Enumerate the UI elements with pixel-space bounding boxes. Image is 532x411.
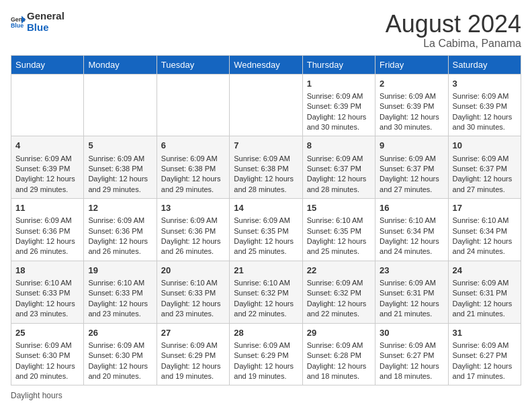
day-number: 24 [453,265,517,277]
day-of-week-header: Friday [375,55,448,74]
calendar-cell [11,74,84,136]
day-info: Sunrise: 6:09 AM [453,91,517,101]
day-info: Sunrise: 6:09 AM [307,340,371,351]
calendar-cell: 9Sunrise: 6:09 AMSunset: 6:37 PMDaylight… [375,136,448,199]
month-year: August 2024 [386,11,521,38]
day-info: Daylight: 12 hours and 30 minutes. [380,112,443,133]
day-info: Daylight: 12 hours and 21 minutes. [453,299,517,320]
day-info: Sunrise: 6:09 AM [161,154,225,164]
day-number: 17 [453,202,517,214]
title-block: August 2024 La Cabima, Panama [386,11,521,50]
logo-text: General Blue [27,11,64,33]
day-info: Sunset: 6:39 PM [380,101,443,111]
calendar-cell: 3Sunrise: 6:09 AMSunset: 6:39 PMDaylight… [448,74,521,136]
day-number: 10 [453,140,517,152]
day-info: Sunrise: 6:09 AM [15,216,79,226]
day-info: Sunrise: 6:09 AM [88,154,152,164]
day-info: Sunset: 6:39 PM [307,101,371,111]
day-info: Sunrise: 6:09 AM [15,154,79,164]
day-info: Sunrise: 6:09 AM [88,216,152,226]
day-info: Sunrise: 6:09 AM [307,278,371,288]
day-info: Daylight: 12 hours and 25 minutes. [234,236,298,257]
day-info: Daylight: 12 hours and 30 minutes. [307,112,371,133]
day-info: Sunset: 6:36 PM [15,226,79,236]
day-number: 19 [88,265,152,277]
calendar-cell: 2Sunrise: 6:09 AMSunset: 6:39 PMDaylight… [375,74,448,136]
calendar-cell: 6Sunrise: 6:09 AMSunset: 6:38 PMDaylight… [157,136,229,199]
calendar-cell: 1Sunrise: 6:09 AMSunset: 6:39 PMDaylight… [302,74,375,136]
calendar-cell: 25Sunrise: 6:09 AMSunset: 6:30 PMDayligh… [11,323,84,385]
day-info: Daylight: 12 hours and 23 minutes. [88,299,152,320]
day-info: Sunrise: 6:09 AM [234,216,298,226]
logo: General Blue General Blue [11,11,64,33]
calendar-cell: 11Sunrise: 6:09 AMSunset: 6:36 PMDayligh… [11,199,84,261]
day-number: 23 [380,265,443,277]
day-number: 14 [234,202,298,214]
day-info: Sunset: 6:27 PM [380,351,443,361]
day-info: Sunset: 6:30 PM [88,351,152,361]
day-info: Daylight: 12 hours and 29 minutes. [88,174,152,195]
day-info: Sunset: 6:29 PM [161,351,225,361]
calendar-cell: 23Sunrise: 6:09 AMSunset: 6:31 PMDayligh… [375,261,448,323]
day-info: Daylight: 12 hours and 30 minutes. [453,112,517,133]
day-info: Sunset: 6:39 PM [453,101,517,111]
calendar-cell [84,74,157,136]
day-number: 25 [15,327,79,339]
day-info: Daylight: 12 hours and 26 minutes. [15,236,79,257]
day-info: Daylight: 12 hours and 20 minutes. [15,361,79,382]
day-info: Sunrise: 6:09 AM [380,340,443,351]
day-info: Sunset: 6:34 PM [453,226,517,236]
day-number: 27 [161,327,225,339]
day-info: Daylight: 12 hours and 21 minutes. [380,299,443,320]
calendar-cell: 14Sunrise: 6:09 AMSunset: 6:35 PMDayligh… [230,199,302,261]
calendar-cell: 22Sunrise: 6:09 AMSunset: 6:32 PMDayligh… [302,261,375,323]
day-info: Sunrise: 6:10 AM [161,278,225,288]
day-info: Sunset: 6:38 PM [234,164,298,174]
day-info: Daylight: 12 hours and 26 minutes. [161,236,225,257]
day-info: Daylight: 12 hours and 29 minutes. [161,174,225,195]
day-number: 1 [307,78,371,90]
calendar-cell: 10Sunrise: 6:09 AMSunset: 6:37 PMDayligh… [448,136,521,199]
calendar-cell: 19Sunrise: 6:10 AMSunset: 6:33 PMDayligh… [84,261,157,323]
calendar-cell: 29Sunrise: 6:09 AMSunset: 6:28 PMDayligh… [302,323,375,385]
day-info: Sunset: 6:30 PM [15,351,79,361]
day-info: Sunrise: 6:09 AM [453,154,517,164]
calendar-cell: 18Sunrise: 6:10 AMSunset: 6:33 PMDayligh… [11,261,84,323]
day-info: Sunset: 6:35 PM [307,226,371,236]
calendar-cell: 24Sunrise: 6:09 AMSunset: 6:31 PMDayligh… [448,261,521,323]
day-info: Sunset: 6:38 PM [161,164,225,174]
day-info: Sunrise: 6:09 AM [453,340,517,351]
day-info: Sunset: 6:32 PM [307,288,371,298]
calendar-cell: 8Sunrise: 6:09 AMSunset: 6:37 PMDaylight… [302,136,375,199]
calendar-cell: 28Sunrise: 6:09 AMSunset: 6:29 PMDayligh… [230,323,302,385]
day-info: Daylight: 12 hours and 24 minutes. [380,236,443,257]
calendar-cell: 31Sunrise: 6:09 AMSunset: 6:27 PMDayligh… [448,323,521,385]
calendar-cell: 27Sunrise: 6:09 AMSunset: 6:29 PMDayligh… [157,323,229,385]
day-info: Daylight: 12 hours and 22 minutes. [307,299,371,320]
day-number: 28 [234,327,298,339]
day-number: 26 [88,327,152,339]
day-info: Daylight: 12 hours and 28 minutes. [307,174,371,195]
day-info: Sunrise: 6:09 AM [307,91,371,101]
calendar-cell: 16Sunrise: 6:10 AMSunset: 6:34 PMDayligh… [375,199,448,261]
calendar-cell: 21Sunrise: 6:10 AMSunset: 6:32 PMDayligh… [230,261,302,323]
day-info: Daylight: 12 hours and 26 minutes. [88,236,152,257]
day-info: Sunrise: 6:10 AM [453,216,517,226]
day-info: Sunset: 6:37 PM [380,164,443,174]
logo-icon: General Blue [11,15,26,30]
day-info: Sunset: 6:33 PM [161,288,225,298]
day-number: 12 [88,202,152,214]
calendar-cell: 17Sunrise: 6:10 AMSunset: 6:34 PMDayligh… [448,199,521,261]
day-number: 11 [15,202,79,214]
day-info: Sunset: 6:29 PM [234,351,298,361]
day-info: Sunset: 6:27 PM [453,351,517,361]
day-info: Sunrise: 6:10 AM [380,216,443,226]
page-header: General Blue General Blue August 2024 La… [11,11,521,50]
day-info: Daylight: 12 hours and 29 minutes. [15,174,79,195]
day-info: Daylight: 12 hours and 27 minutes. [380,174,443,195]
day-info: Daylight: 12 hours and 22 minutes. [234,299,298,320]
day-info: Sunset: 6:37 PM [453,164,517,174]
day-number: 2 [380,78,443,90]
day-of-week-header: Sunday [11,55,84,74]
day-info: Sunset: 6:33 PM [15,288,79,298]
